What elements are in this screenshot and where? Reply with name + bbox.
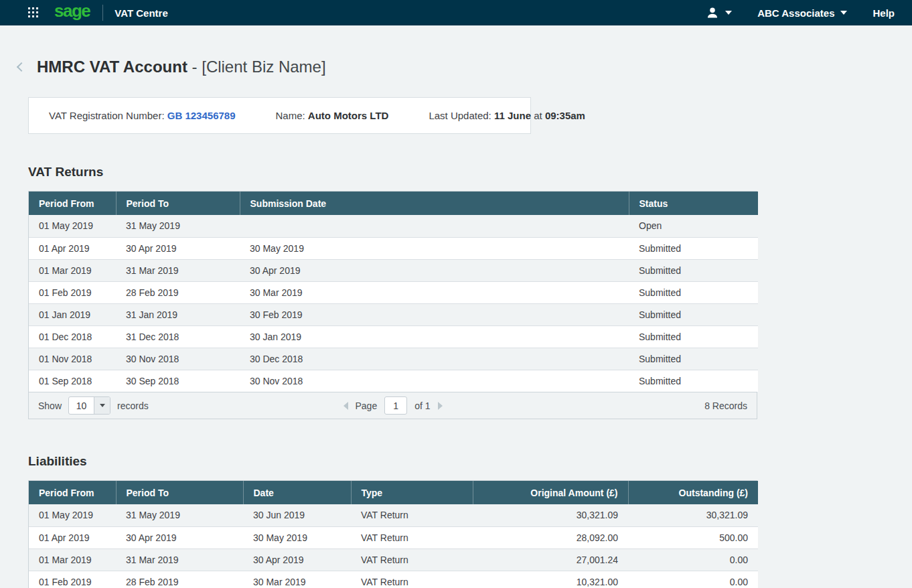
- cell-outstanding: 500.00: [628, 526, 758, 548]
- column-header-period-from[interactable]: Period From: [29, 192, 116, 215]
- app-launcher-icon[interactable]: [28, 7, 40, 19]
- app-title: VAT Centre: [115, 7, 167, 19]
- cell-outstanding: 0.00: [628, 571, 758, 588]
- cell-original-amount: 27,001.24: [473, 548, 628, 571]
- cell-period-from: 01 Apr 2019: [29, 526, 116, 548]
- page-title-main: HMRC VAT Account: [37, 58, 187, 76]
- cell-date: 30 Jun 2019: [243, 504, 351, 526]
- cell-original-amount: 30,321.09: [473, 504, 628, 526]
- business-name-value: Auto Motors LTD: [308, 110, 389, 121]
- cell-submission-date: 30 May 2019: [240, 237, 629, 259]
- table-row[interactable]: 01 May 2019 31 May 2019 Open: [29, 215, 758, 237]
- column-header-outstanding[interactable]: Outstanding (£): [628, 481, 758, 504]
- cell-submission-date: [240, 215, 629, 237]
- cell-period-to: 30 Nov 2018: [116, 348, 240, 370]
- cell-status: Submitted: [629, 348, 758, 370]
- table-row[interactable]: 01 Dec 2018 31 Dec 2018 30 Jan 2019 Subm…: [29, 325, 758, 348]
- table-row[interactable]: 01 Mar 2019 31 Mar 2019 30 Apr 2019 VAT …: [29, 548, 758, 571]
- cell-period-to: 31 May 2019: [116, 215, 240, 237]
- user-menu[interactable]: [706, 6, 732, 19]
- cell-period-from: 01 May 2019: [29, 215, 116, 237]
- column-header-period-from[interactable]: Period From: [29, 481, 116, 504]
- chevron-down-icon: [100, 404, 105, 407]
- cell-period-from: 01 Sep 2018: [29, 370, 116, 392]
- page-title-suffix: - [Client Biz Name]: [192, 58, 326, 76]
- table-row[interactable]: 01 Sep 2018 30 Sep 2018 30 Nov 2018 Subm…: [29, 370, 758, 392]
- chevron-left-icon: [17, 62, 26, 72]
- table-row[interactable]: 01 Feb 2019 28 Feb 2019 30 Mar 2019 VAT …: [29, 571, 758, 588]
- table-row[interactable]: 01 May 2019 31 May 2019 30 Jun 2019 VAT …: [29, 504, 758, 526]
- last-updated-date: 11 June: [494, 110, 531, 121]
- page-title: HMRC VAT Account - [Client Biz Name]: [37, 58, 326, 76]
- cell-original-amount: 28,092.00: [473, 526, 628, 548]
- cell-period-to: 30 Apr 2019: [116, 237, 240, 259]
- cell-submission-date: 30 Jan 2019: [240, 325, 629, 348]
- cell-period-from: 01 May 2019: [29, 504, 116, 526]
- cell-type: VAT Return: [351, 504, 473, 526]
- column-header-submission-date[interactable]: Submission Date: [240, 192, 629, 215]
- next-page-icon[interactable]: [438, 402, 443, 410]
- cell-period-from: 01 Jan 2019: [29, 303, 116, 325]
- cell-submission-date: 30 Apr 2019: [240, 259, 629, 281]
- business-name-label: Name:: [276, 110, 305, 121]
- table-row[interactable]: 01 Apr 2019 30 Apr 2019 30 May 2019 Subm…: [29, 237, 758, 259]
- column-header-period-to[interactable]: Period To: [116, 192, 240, 215]
- cell-period-to: 31 Mar 2019: [116, 259, 240, 281]
- cell-period-from: 01 Mar 2019: [29, 548, 116, 571]
- last-updated-segment: Last Updated: 11 June at 09:35am: [408, 110, 605, 121]
- cell-status: Submitted: [629, 259, 758, 281]
- table-row[interactable]: 01 Nov 2018 30 Nov 2018 30 Dec 2018 Subm…: [29, 348, 758, 370]
- cell-type: VAT Return: [351, 548, 473, 571]
- show-label: Show: [38, 400, 62, 411]
- cell-status: Open: [629, 215, 758, 237]
- cell-submission-date: 30 Feb 2019: [240, 303, 629, 325]
- table-row[interactable]: 01 Feb 2019 28 Feb 2019 30 Mar 2019 Subm…: [29, 281, 758, 303]
- cell-period-from: 01 Feb 2019: [29, 281, 116, 303]
- prev-page-icon[interactable]: [343, 402, 348, 410]
- page-size-dropdown-button[interactable]: [94, 397, 110, 414]
- table-row[interactable]: 01 Jan 2019 31 Jan 2019 30 Feb 2019 Subm…: [29, 303, 758, 325]
- cell-period-to: 31 May 2019: [116, 504, 243, 526]
- cell-status: Submitted: [629, 325, 758, 348]
- page-of-label: of 1: [414, 400, 430, 411]
- cell-status: Submitted: [629, 370, 758, 392]
- cell-period-from: 01 Apr 2019: [29, 237, 116, 259]
- total-records-label: 8 Records: [704, 400, 747, 411]
- table-row[interactable]: 01 Apr 2019 30 Apr 2019 30 May 2019 VAT …: [29, 526, 758, 548]
- back-button[interactable]: [12, 59, 28, 75]
- cell-status: Submitted: [629, 237, 758, 259]
- account-menu[interactable]: ABC Associates: [757, 7, 847, 19]
- table-row[interactable]: 01 Mar 2019 31 Mar 2019 30 Apr 2019 Subm…: [29, 259, 758, 281]
- vat-registration-label: VAT Registration Number:: [49, 110, 165, 121]
- column-header-period-to[interactable]: Period To: [116, 481, 243, 504]
- cell-period-from: 01 Mar 2019: [29, 259, 116, 281]
- column-header-date[interactable]: Date: [243, 481, 351, 504]
- page-size-value: 10: [69, 397, 94, 414]
- vat-registration-number[interactable]: GB 123456789: [167, 110, 236, 121]
- liabilities-heading: Liabilities: [28, 454, 912, 469]
- records-suffix-label: records: [117, 400, 149, 411]
- chevron-down-icon: [840, 11, 847, 15]
- cell-type: VAT Return: [351, 526, 473, 548]
- cell-status: Submitted: [629, 303, 758, 325]
- cell-period-to: 30 Apr 2019: [116, 526, 243, 548]
- page-number-input[interactable]: [384, 396, 407, 415]
- column-header-original-amount[interactable]: Original Amount (£): [473, 481, 628, 504]
- business-name-segment: Name: Auto Motors LTD: [256, 110, 409, 121]
- liabilities-table: Period From Period To Date Type Original…: [28, 480, 757, 588]
- cell-submission-date: 30 Mar 2019: [240, 281, 629, 303]
- top-navbar: sage VAT Centre ABC Associates Help: [0, 0, 912, 25]
- cell-status: Submitted: [629, 281, 758, 303]
- cell-date: 30 May 2019: [243, 526, 351, 548]
- page-size-select[interactable]: 10: [68, 396, 110, 415]
- page-title-row: HMRC VAT Account - [Client Biz Name]: [12, 58, 912, 76]
- cell-period-from: 01 Feb 2019: [29, 571, 116, 588]
- cell-original-amount: 10,321.00: [473, 571, 628, 588]
- help-link[interactable]: Help: [872, 7, 895, 19]
- vat-returns-table: Period From Period To Submission Date St…: [28, 191, 757, 419]
- account-name: ABC Associates: [757, 7, 834, 19]
- column-header-type[interactable]: Type: [351, 481, 473, 504]
- cell-period-to: 31 Dec 2018: [116, 325, 240, 348]
- sage-logo: sage: [54, 2, 90, 23]
- column-header-status[interactable]: Status: [629, 192, 758, 215]
